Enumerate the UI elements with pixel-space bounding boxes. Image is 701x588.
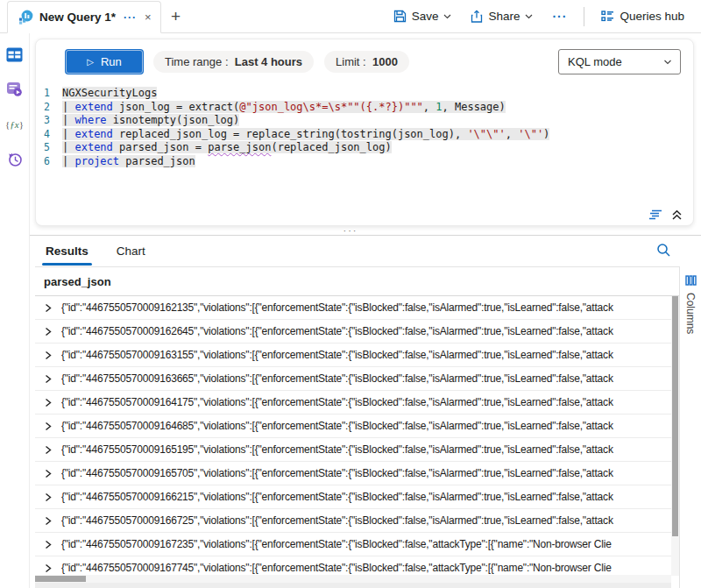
limit-picker[interactable]: Limit : 1000 [324,51,409,73]
horizontal-scrollbar-thumb[interactable] [35,576,86,582]
queries-hub-icon [601,11,614,22]
tab-results[interactable]: Results [44,237,90,266]
table-row[interactable]: {"id":"4467550570009164175","violations"… [35,391,671,414]
table-row[interactable]: {"id":"4467550570009166725","violations"… [35,509,671,533]
expand-row-chevron-icon[interactable] [44,492,53,501]
line-number: 4 [36,128,62,142]
collapse-panel-icon[interactable] [671,209,683,221]
top-tab-bar: New Query 1* ··· × + Save Share [0,0,701,33]
expand-row-chevron-icon[interactable] [44,563,53,572]
table-row[interactable]: {"id":"4467550570009162135","violations"… [35,296,671,320]
tab-title: New Query 1* [39,11,116,24]
expand-row-chevron-icon[interactable] [44,469,53,478]
expand-row-chevron-icon[interactable] [44,303,53,312]
line-number: 2 [36,101,62,115]
tab-more-menu[interactable]: ··· [124,11,137,24]
table-row[interactable]: {"id":"4467550570009165705","violations"… [35,462,671,485]
format-recall-icon[interactable] [648,209,662,221]
expand-row-chevron-icon[interactable] [44,374,53,383]
row-json-value: {"id":"4467550570009163155","violations"… [61,349,671,361]
table-row[interactable]: {"id":"4467550570009162645","violations"… [35,320,671,344]
table-row[interactable]: {"id":"4467550570009163155","violations"… [35,344,671,367]
sidebar-item-functions[interactable]: {ƒx} [6,116,24,133]
script-play-icon [6,81,23,97]
horizontal-scrollbar[interactable] [35,575,671,583]
row-json-value: {"id":"4467550570009167235","violations"… [61,538,671,550]
expand-row-chevron-icon[interactable] [44,445,53,454]
table-row[interactable]: {"id":"4467550570009167745","violations"… [35,556,671,576]
time-range-value: Last 4 hours [235,55,302,68]
share-button[interactable]: Share [463,4,541,30]
search-icon[interactable] [656,243,671,258]
code-text: | project parsed_json [62,155,195,169]
save-button[interactable]: Save [386,4,460,30]
row-json-value: {"id":"4467550570009165705","violations"… [61,467,671,479]
adx-app-icon [18,10,33,25]
tab-bar-actions: Save Share ··· Q [386,0,701,32]
panel-resize-handle[interactable]: ··· [0,226,701,235]
expand-row-chevron-icon[interactable] [44,422,53,430]
kql-mode-value: KQL mode [568,55,622,68]
table-icon [6,47,23,62]
line-number: 3 [36,114,62,128]
run-button[interactable]: ▷ Run [66,50,143,74]
table-row[interactable]: {"id":"4467550570009163665","violations"… [35,367,671,391]
query-editor-card: ▷ Run Time range : Last 4 hours Limit : … [35,39,694,226]
column-header-parsed-json[interactable]: parsed_json [35,267,679,296]
row-json-value: {"id":"4467550570009166725","violations"… [61,514,671,527]
query-tab[interactable]: New Query 1* ··· × [7,1,161,33]
queries-hub-button[interactable]: Queries hub [593,4,692,30]
results-panel: Results Chart parsed_json {"id":"4467550… [30,235,701,588]
table-row[interactable]: {"id":"4467550570009165195","violations"… [35,438,671,462]
table-row[interactable]: {"id":"4467550570009167235","violations"… [35,533,671,556]
row-json-value: {"id":"4467550570009162135","violations"… [61,301,671,314]
code-text: NGXSecurityLogs [62,87,157,101]
row-json-value: {"id":"4467550570009166215","violations"… [61,491,671,503]
row-json-value: {"id":"4467550570009165195","violations"… [61,443,671,456]
expand-row-chevron-icon[interactable] [44,516,53,525]
save-label: Save [412,10,439,23]
line-number: 5 [36,141,62,155]
vertical-scrollbar[interactable] [671,296,679,576]
more-actions-button[interactable]: ··· [544,4,575,30]
code-line[interactable]: 4| extend replaced_json_log = replace_st… [36,128,693,142]
queries-hub-label: Queries hub [620,10,684,23]
results-rows: {"id":"4467550570009162135","violations"… [35,296,671,576]
limit-label: Limit : [336,55,366,68]
expand-row-chevron-icon[interactable] [44,540,53,549]
code-line[interactable]: 6| project parsed_json [36,155,693,169]
new-tab-button[interactable]: + [161,0,191,32]
columns-side-panel-tab[interactable]: Columns [679,266,701,588]
code-line[interactable]: 3| where isnotempty(json_log) [36,114,693,128]
sidebar-item-query-history[interactable] [6,151,24,168]
code-line[interactable]: 1NGXSecurityLogs [36,87,693,101]
sidebar-item-saved-scripts[interactable] [6,81,24,98]
chevron-down-icon [525,12,533,20]
code-line[interactable]: 2| extend json_log = extract(@"json_log\… [36,101,693,115]
code-line[interactable]: 5| extend parsed_json = parse_json(repla… [36,141,693,155]
expand-row-chevron-icon[interactable] [44,351,53,359]
kql-mode-dropdown[interactable]: KQL mode [558,49,681,74]
run-label: Run [101,55,122,68]
columns-panel-label: Columns [684,293,697,334]
limit-value: 1000 [372,55,398,68]
vertical-scrollbar-thumb[interactable] [672,296,678,536]
table-row[interactable]: {"id":"4467550570009166215","violations"… [35,485,671,509]
tab-chart[interactable]: Chart [115,237,147,266]
line-number: 6 [36,155,62,169]
sidebar-item-connections[interactable] [6,46,24,63]
expand-row-chevron-icon[interactable] [44,327,53,336]
tab-close-icon[interactable]: × [145,11,152,24]
results-tab-bar: Results Chart [30,236,701,266]
results-grid: parsed_json {"id":"4467550570009162135",… [35,266,679,588]
table-row[interactable]: {"id":"4467550570009164685","violations"… [35,414,671,438]
time-range-label: Time range : [165,55,229,68]
kql-code-editor[interactable]: 1NGXSecurityLogs2| extend json_log = ext… [36,80,693,169]
share-icon [471,10,483,23]
time-range-picker[interactable]: Time range : Last 4 hours [153,51,314,73]
splitter-dots: ··· [343,229,358,232]
code-text: | extend replaced_json_log = replace_str… [62,128,549,142]
toolbar-divider [584,7,584,26]
chevron-down-icon [443,12,451,20]
expand-row-chevron-icon[interactable] [44,398,53,407]
